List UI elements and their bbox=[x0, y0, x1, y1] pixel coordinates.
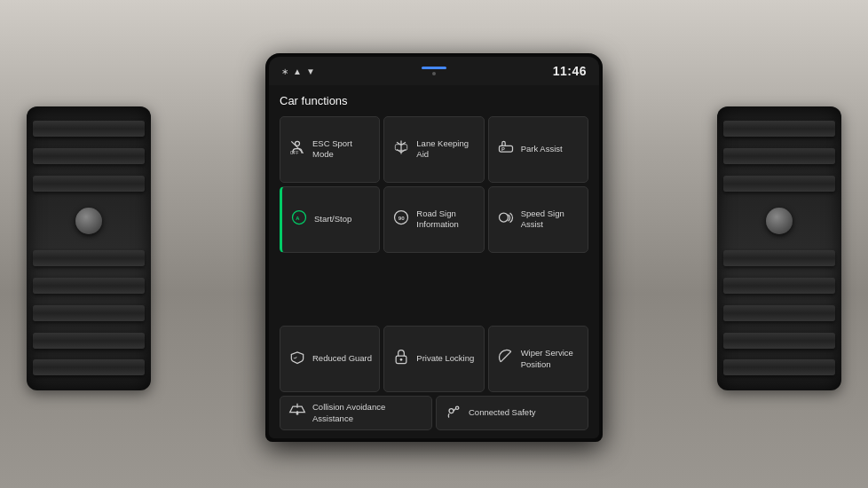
status-icons-left: ∗ ▲ ▼ bbox=[281, 67, 315, 76]
reduced-guard-label: Reduced Guard bbox=[312, 353, 372, 364]
vent-slat bbox=[33, 148, 145, 164]
esc-sport-mode-label: ESC Sport Mode bbox=[312, 138, 372, 161]
svg-point-10 bbox=[499, 213, 508, 222]
vent-slat bbox=[723, 176, 835, 192]
connected-safety-button[interactable]: Connected Safety bbox=[436, 396, 588, 430]
vent-slat bbox=[33, 333, 145, 349]
vent-slat bbox=[33, 250, 145, 266]
private-locking-icon bbox=[391, 348, 411, 370]
grid-row-4: Collision Avoidance Assistance Connected bbox=[280, 396, 588, 430]
road-sign-icon: 90 bbox=[391, 209, 411, 231]
connected-safety-label: Connected Safety bbox=[469, 407, 536, 418]
wiper-icon bbox=[496, 348, 516, 370]
lane-keeping-icon bbox=[391, 138, 411, 161]
collision-avoidance-label: Collision Avoidance Assistance bbox=[312, 402, 424, 424]
vent-slat bbox=[723, 359, 835, 375]
status-bar: ∗ ▲ ▼ 11:46 bbox=[269, 57, 599, 85]
signal-icon: ▼ bbox=[306, 67, 315, 76]
park-assist-icon: P bbox=[496, 138, 516, 161]
vent-slat bbox=[723, 121, 835, 137]
vent-slat bbox=[723, 278, 835, 294]
vent-slat bbox=[33, 278, 145, 294]
infotainment-screen: ∗ ▲ ▼ 11:46 Car functions bbox=[265, 53, 603, 442]
vent-slat bbox=[723, 250, 835, 266]
reduced-guard-button[interactable]: Reduced Guard bbox=[280, 326, 380, 392]
esc-sport-mode-button[interactable]: OFF ESC Sport Mode bbox=[280, 116, 380, 183]
vent-slat bbox=[33, 176, 145, 192]
private-locking-label: Private Locking bbox=[416, 353, 474, 364]
road-sign-information-button[interactable]: 90 Road Sign Information bbox=[383, 186, 484, 253]
connected-safety-icon bbox=[444, 402, 463, 424]
park-assist-label: Park Assist bbox=[521, 144, 563, 154]
wiper-service-position-label: Wiper Service Position bbox=[521, 348, 580, 370]
svg-text:90: 90 bbox=[398, 215, 405, 221]
private-locking-button[interactable]: Private Locking bbox=[383, 326, 484, 392]
speed-sign-icon bbox=[496, 209, 516, 231]
svg-text:P: P bbox=[501, 146, 505, 152]
grid-row-3: Reduced Guard Private Locking bbox=[280, 326, 588, 392]
grid-spacer bbox=[280, 256, 588, 272]
svg-point-13 bbox=[296, 413, 298, 415]
status-line bbox=[422, 67, 446, 69]
svg-point-12 bbox=[400, 359, 402, 361]
screen-display: ∗ ▲ ▼ 11:46 Car functions bbox=[269, 57, 599, 438]
vent-slat bbox=[723, 333, 835, 349]
park-assist-button[interactable]: P Park Assist bbox=[488, 116, 588, 183]
status-dot bbox=[432, 72, 436, 75]
page-title: Car functions bbox=[280, 94, 588, 107]
vent-slat bbox=[33, 305, 145, 321]
collision-avoidance-button[interactable]: Collision Avoidance Assistance bbox=[280, 396, 432, 430]
status-time: 11:46 bbox=[553, 64, 587, 78]
svg-text:OFF: OFF bbox=[290, 150, 299, 155]
bluetooth-icon: ∗ bbox=[281, 67, 288, 76]
start-stop-label: Start/Stop bbox=[314, 214, 351, 224]
content-area: Car functions OFF E bbox=[269, 85, 599, 438]
svg-point-15 bbox=[456, 406, 459, 409]
grid-row-1: OFF ESC Sport Mode Lane Keeping Aid bbox=[280, 116, 588, 183]
road-sign-information-label: Road Sign Information bbox=[416, 209, 476, 231]
status-center bbox=[422, 67, 446, 75]
vent-slat bbox=[723, 148, 835, 164]
wiper-service-position-button[interactable]: Wiper Service Position bbox=[488, 326, 588, 392]
svg-point-14 bbox=[449, 409, 454, 413]
left-air-vent bbox=[27, 106, 151, 390]
vent-slat bbox=[33, 121, 145, 137]
svg-text:A: A bbox=[296, 216, 300, 221]
grid-row-2: A Start/Stop 90 Road Sign Informatio bbox=[280, 186, 588, 253]
navigation-icon: ▲ bbox=[293, 67, 302, 76]
speed-sign-assist-label: Speed Sign Assist bbox=[521, 209, 580, 231]
esc-icon: OFF bbox=[288, 138, 307, 161]
functions-grid: OFF ESC Sport Mode Lane Keeping Aid bbox=[280, 116, 588, 430]
lane-keeping-aid-label: Lane Keeping Aid bbox=[416, 138, 476, 161]
reduced-guard-icon bbox=[288, 348, 307, 370]
start-stop-button[interactable]: A Start/Stop bbox=[280, 186, 380, 253]
lane-keeping-aid-button[interactable]: Lane Keeping Aid bbox=[383, 116, 484, 183]
right-air-vent bbox=[717, 106, 841, 390]
vent-slat bbox=[723, 305, 835, 321]
vent-knob[interactable] bbox=[766, 208, 793, 234]
collision-icon bbox=[288, 402, 307, 424]
vent-knob[interactable] bbox=[75, 208, 102, 234]
speed-sign-assist-button[interactable]: Speed Sign Assist bbox=[488, 186, 588, 253]
vent-slat bbox=[33, 359, 145, 375]
start-stop-icon: A bbox=[289, 209, 309, 231]
